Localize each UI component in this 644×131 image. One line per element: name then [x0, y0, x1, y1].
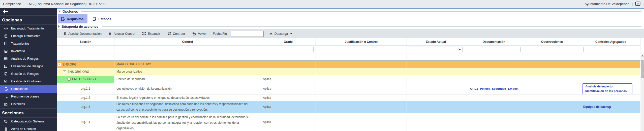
- back-button[interactable]: [0, 8, 57, 16]
- column-header-grado[interactable]: Grado: [261, 38, 316, 45]
- table-scrollbar[interactable]: [641, 53, 644, 131]
- control-value: Política de seguridad: [114, 76, 261, 83]
- button-label: Expandir: [148, 32, 160, 36]
- button-label: Asociar Control: [114, 32, 135, 36]
- sidebar-item-label: Actas de Reunión: [11, 127, 36, 131]
- file-edit-icon: [92, 17, 96, 21]
- id-badge-icon: [3, 34, 8, 38]
- column-header-controles-agrupados[interactable]: Controles Agrupados: [581, 38, 640, 45]
- opciones-section-header[interactable]: Opciones: [57, 9, 644, 14]
- sidebar-item-compliance[interactable]: Compliance: [0, 85, 57, 93]
- sidebar-item-resumen-de-planes[interactable]: Resumen de planes: [0, 93, 57, 100]
- scroll-up-icon[interactable]: [641, 55, 644, 56]
- column-header-justificacion[interactable]: Justificación o Control: [316, 38, 407, 45]
- sidebar-item-encargo-tratamiento[interactable]: Encargo Tratamiento: [0, 32, 57, 40]
- sidebar-item-analisis-de-riesgos[interactable]: Análisis de Riesgos: [0, 55, 57, 62]
- grado-value: Aplica: [261, 113, 316, 131]
- column-header-observaciones[interactable]: Observaciones: [523, 38, 581, 45]
- seccion-value: ENS.ORG.ORG.1: [72, 77, 96, 81]
- collapse-icon[interactable]: [68, 78, 71, 81]
- contraer-button[interactable]: Contraer: [165, 32, 188, 36]
- sidebar-item-label: Gestión de Controles: [11, 80, 41, 83]
- documentacion-filter-input[interactable]: [467, 47, 521, 52]
- column-header-control[interactable]: Control: [114, 38, 261, 45]
- top-bar: Compliance - ENS (Esquema Nacional de Se…: [0, 0, 644, 8]
- sidebar-item-label: Evaluación de Riesgos: [11, 64, 43, 68]
- toolbar: Asociar Documentación Asociar Control Ex…: [57, 29, 644, 38]
- controles-agrupados-filter-input[interactable]: [583, 47, 638, 52]
- database-icon: [3, 42, 8, 46]
- asociar-control-button[interactable]: Asociar Control: [106, 31, 138, 36]
- collapse-triangle-icon: [58, 11, 61, 12]
- button-label: Descarga: [274, 32, 288, 36]
- descarga-button[interactable]: Descarga: [267, 32, 295, 36]
- table-row-org-1-1[interactable]: org.1.1 Los objetivos o misión de la org…: [57, 83, 640, 95]
- column-header-estado-actual[interactable]: Estado Actual: [407, 38, 465, 45]
- compliance-table: Sección Control Grado Justificación o Co…: [57, 38, 644, 131]
- sidebar-item-label: Análisis de Riesgos: [11, 57, 39, 60]
- busqueda-section-label: Búsqueda de acciones: [62, 25, 98, 28]
- table-row-org-1-4[interactable]: org.1.4 La estructura del comité o los c…: [57, 113, 640, 131]
- table-row-ens-org-org[interactable]: ENS.ORG.ORG Marco organizativo: [57, 68, 640, 76]
- tab-label: Estados: [98, 17, 111, 21]
- tab-estados[interactable]: Estados: [89, 14, 115, 23]
- table-row-ens-org[interactable]: ENS.ORG MARCO ORGANIZATIVO: [57, 61, 640, 68]
- table-row-org-1-3[interactable]: org.1.3 Los roles o funciones de segurid…: [57, 101, 640, 113]
- expandir-button[interactable]: Expandir: [140, 32, 163, 36]
- control-value: MARCO ORGANIZATIVO: [114, 61, 261, 68]
- sidebar-item-gestion-de-controles[interactable]: Gestión de Controles: [0, 78, 57, 85]
- document-icon: [3, 72, 8, 76]
- file-edit-icon: [3, 87, 8, 91]
- opciones-section-label: Opciones: [63, 10, 78, 13]
- control-filter-input[interactable]: [123, 47, 252, 52]
- control-agrupado-link[interactable]: Análisis de Impacto: [585, 85, 630, 88]
- chevron-down-icon: [459, 49, 461, 50]
- sidebar-item-categorizacion-sistema[interactable]: Categorización Sistema: [0, 118, 57, 125]
- collapse-icon[interactable]: [58, 63, 61, 66]
- expand-triangle-icon: [58, 25, 60, 28]
- column-header-seccion[interactable]: Sección: [57, 38, 114, 45]
- bank-icon: [3, 79, 8, 83]
- tabs-row: Requisitos Estados: [57, 14, 644, 24]
- collapse-icon[interactable]: [63, 70, 66, 73]
- section-rule: [81, 11, 641, 12]
- sidebar-item-evaluacion-de-riesgos[interactable]: Evaluación de Riesgos: [0, 62, 57, 70]
- sidebar-item-tratamientos[interactable]: Tratamientos: [0, 40, 57, 47]
- asociar-documentacion-button[interactable]: Asociar Documentación: [61, 31, 104, 36]
- control-value: Los roles o funciones de seguridad, defi…: [114, 101, 261, 113]
- estado-actual-filter-select[interactable]: [409, 47, 463, 52]
- sidebar-secciones-header: Secciones: [0, 108, 57, 118]
- volver-button[interactable]: Volver: [190, 32, 209, 36]
- table-row-ens-org-org-1[interactable]: ENS.ORG.ORG.1 Política de seguridad Apli…: [57, 76, 640, 83]
- grado-value: Aplica: [261, 101, 316, 113]
- tab-label: Requisitos: [67, 17, 83, 21]
- control-agrupado-link[interactable]: Equipos de backup: [583, 105, 611, 109]
- button-label: Contraer: [173, 32, 185, 36]
- column-header-documentacion[interactable]: Documentación: [465, 38, 523, 45]
- sidebar-item-encargado-tratamiento[interactable]: Encargado Tratamiento: [0, 25, 57, 32]
- help-icon[interactable]: ?: [635, 2, 640, 6]
- documentacion-link[interactable]: ORG1_Política_Seguridad_1.0.doc: [467, 87, 521, 90]
- busqueda-section-header[interactable]: Búsqueda de acciones: [57, 24, 644, 29]
- sidebar-item-gestion-de-riesgos[interactable]: Gestión de Riesgos: [0, 70, 57, 78]
- control-value: La estructura del comité o los comités p…: [114, 113, 261, 131]
- sidebar-item-actas-de-reunion[interactable]: Actas de Reunión: [0, 125, 57, 131]
- inventory-icon: [3, 49, 8, 53]
- sidebar-item-historicos[interactable]: Históricos: [0, 100, 57, 108]
- sidebar-item-label: Gestión de Riesgos: [11, 72, 39, 76]
- table-row-org-1-2[interactable]: org.1.2 El marco legal y regulatorio en …: [57, 95, 640, 101]
- control-value: Los objetivos o misión de la organizació…: [114, 83, 261, 94]
- sidebar: Opciones Encargado Tratamiento Encargo T…: [0, 8, 57, 131]
- seccion-filter-input[interactable]: [59, 47, 112, 52]
- grado-filter-input[interactable]: [263, 47, 314, 52]
- seccion-value: org.1.4: [57, 113, 114, 131]
- file-edit-icon: [3, 94, 8, 99]
- sidebar-item-label: Históricos: [11, 102, 25, 106]
- page-context: - ENS (Esquema Nacional de Seguridad) RD…: [24, 2, 107, 6]
- fecha-fin-input[interactable]: [231, 31, 264, 37]
- table-filter-row: [57, 46, 640, 53]
- sidebar-item-inventario[interactable]: Inventario: [0, 47, 57, 55]
- scrollbar-thumb[interactable]: [641, 60, 644, 78]
- tab-requisitos[interactable]: Requisitos: [58, 14, 87, 23]
- control-agrupado-link[interactable]: Identificación de las personas: [585, 89, 630, 92]
